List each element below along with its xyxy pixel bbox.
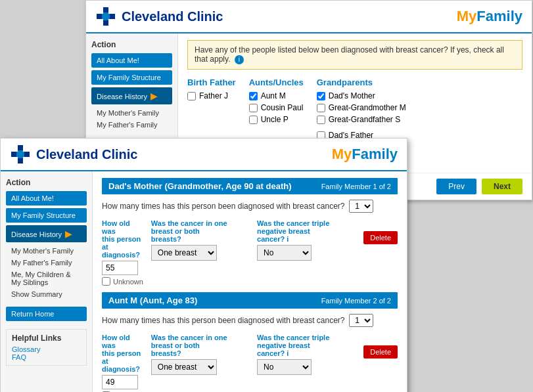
list-item: Aunt M xyxy=(249,91,304,100)
member2-count: Family Member 2 of 2 xyxy=(321,297,391,305)
member2-breast-label: Was the cancer in one breast or bothbrea… xyxy=(151,334,249,357)
member2-triple-info-icon[interactable]: i xyxy=(287,349,289,357)
svg-rect-11 xyxy=(24,152,30,157)
win2-family-structure-button[interactable]: My Family Structure xyxy=(6,208,87,223)
great-grandfather-s-checkbox[interactable] xyxy=(317,116,325,124)
member2-breast-select[interactable]: One breast Both breasts xyxy=(151,359,217,375)
svg-rect-10 xyxy=(11,152,16,157)
win2-my: My xyxy=(332,146,352,162)
win2-disease-history-button[interactable]: Disease History ▶ xyxy=(6,225,87,242)
member1-age-label: How old wasthis person atdiagnosis? xyxy=(102,219,143,259)
aunt-m-checkbox[interactable] xyxy=(249,92,258,100)
cousin-paul-checkbox[interactable] xyxy=(249,104,258,112)
member2-question: How many times has this person been diag… xyxy=(102,314,398,327)
member2-times-select[interactable]: 123 xyxy=(349,314,373,327)
win1-family: Family xyxy=(476,8,522,24)
father-j-checkbox[interactable] xyxy=(187,92,196,100)
member1-triple-col: Was the cancer triple negative breastcan… xyxy=(257,219,356,261)
helpful-links-title: Helpful Links xyxy=(12,334,81,343)
member1-delete-button[interactable]: Delete xyxy=(363,231,398,244)
win2-sidebar: Action All About Me! My Family Structure… xyxy=(1,171,93,392)
member1-triple-info-icon[interactable]: i xyxy=(287,235,289,243)
svg-rect-8 xyxy=(18,145,23,150)
helpful-links-box: Helpful Links Glossary FAQ xyxy=(6,329,87,366)
dads-mother-label: Dad's Mother xyxy=(329,91,375,100)
member1-triple-select[interactable]: No Yes Unknown xyxy=(257,245,312,261)
member1-age-input[interactable] xyxy=(102,261,138,275)
member1-breast-col: Was the cancer in one breast or bothbrea… xyxy=(151,219,249,261)
win2-return-home-button[interactable]: Return Home xyxy=(6,307,87,321)
member2-delete-button[interactable]: Delete xyxy=(363,345,398,359)
great-grandfather-s-label: Great-Grandfather S xyxy=(329,115,400,124)
dads-mother-checkbox[interactable] xyxy=(317,92,325,100)
great-grandmother-m-checkbox[interactable] xyxy=(317,104,325,112)
faq-link[interactable]: FAQ xyxy=(12,353,81,361)
window2: Cleveland Clinic MyFamily Action All Abo… xyxy=(0,138,407,392)
svg-rect-5 xyxy=(110,14,115,19)
member2-breast-col: Was the cancer in one breast or bothbrea… xyxy=(151,334,249,375)
list-item: Great-Grandfather S xyxy=(317,115,406,124)
win2-action-label: Action xyxy=(6,178,87,187)
svg-rect-4 xyxy=(97,14,102,19)
win1-mothers-family-link[interactable]: My Mother's Family xyxy=(91,107,172,119)
uncle-p-label: Uncle P xyxy=(261,115,289,124)
win1-logo: Cleveland Clinic xyxy=(95,6,223,27)
father-j-label: Father J xyxy=(199,91,228,100)
member1-breast-select[interactable]: One breast Both breasts xyxy=(151,245,217,261)
win2-mothers-family-link[interactable]: My Mother's Family xyxy=(6,245,87,257)
win1-logo-text: Cleveland Clinic xyxy=(122,9,223,24)
win1-disease-history-button[interactable]: Disease History ▶ xyxy=(91,87,172,104)
member2-age-col: How old wasthis person atdiagnosis? Unkn… xyxy=(102,334,143,392)
win1-prev-button[interactable]: Prev xyxy=(436,179,476,194)
win2-all-about-me-button[interactable]: All About Me! xyxy=(6,191,87,206)
win2-fathers-family-link[interactable]: My Father's Family xyxy=(6,257,87,269)
win2-arrow-icon: ▶ xyxy=(65,229,72,239)
member1-title: Dad's Mother (Grandmother, Age 90 at dea… xyxy=(108,181,292,191)
win1-header: Cleveland Clinic MyFamily xyxy=(86,1,532,33)
glossary-link[interactable]: Glossary xyxy=(12,345,81,353)
win1-info-icon[interactable]: i xyxy=(235,55,244,64)
list-item: Cousin Paul xyxy=(249,103,304,112)
member2-form-row: How old wasthis person atdiagnosis? Unkn… xyxy=(102,334,398,392)
aunt-m-label: Aunt M xyxy=(261,91,286,100)
member1-triple-label: Was the cancer triple negative breastcan… xyxy=(257,219,356,243)
win2-main: Dad's Mother (Grandmother, Age 90 at dea… xyxy=(93,171,407,392)
win1-my: My xyxy=(457,8,477,24)
list-item: Uncle P xyxy=(249,115,304,124)
win2-myfamily-logo: MyFamily xyxy=(332,146,398,163)
list-item: Father J xyxy=(187,91,236,100)
member1-count: Family Member 1 of 2 xyxy=(321,183,391,190)
win2-body: Action All About Me! My Family Structure… xyxy=(1,171,407,392)
cleveland-clinic-cross-icon xyxy=(95,6,116,27)
win1-all-about-me-button[interactable]: All About Me! xyxy=(91,53,172,68)
member2-header: Aunt M (Aunt, Age 83) Family Member 2 of… xyxy=(102,292,398,309)
win1-birth-father-title: Birth Father xyxy=(187,77,236,87)
win1-fathers-family-link[interactable]: My Father's Family xyxy=(91,119,172,131)
win1-action-label: Action xyxy=(91,40,172,49)
win2-me-children-siblings-link[interactable]: Me, My Children & My Siblings xyxy=(6,269,87,288)
uncle-p-checkbox[interactable] xyxy=(249,116,258,124)
win1-aunts-uncles-title: Aunts/Uncles xyxy=(249,77,304,87)
list-item: Dad's Mother xyxy=(317,91,406,100)
win1-myfamily-logo: MyFamily xyxy=(457,8,522,25)
win2-show-summary-link[interactable]: Show Summary xyxy=(6,288,87,300)
svg-rect-3 xyxy=(103,20,108,26)
member1-delete-col: Delete xyxy=(363,219,398,244)
member2-title: Aunt M (Aunt, Age 83) xyxy=(108,295,197,305)
list-item: Great-Grandmother M xyxy=(317,103,406,112)
win1-next-button[interactable]: Next xyxy=(482,179,522,194)
member1-question: How many times has this person been diag… xyxy=(102,200,398,213)
member2-age-input[interactable] xyxy=(102,375,138,389)
member2-triple-select[interactable]: No Yes Unknown xyxy=(257,359,312,375)
member1-form-row: How old wasthis person atdiagnosis? Unkn… xyxy=(102,219,398,286)
member1-unknown-checkbox[interactable] xyxy=(102,277,110,286)
member1-times-select[interactable]: 123 xyxy=(349,200,373,213)
great-grandmother-m-label: Great-Grandmother M xyxy=(329,103,406,112)
win1-family-structure-button[interactable]: My Family Structure xyxy=(91,70,172,85)
win2-header: Cleveland Clinic MyFamily xyxy=(1,139,407,171)
member1-unknown-label: Unknown xyxy=(113,278,143,286)
member1-age-col: How old wasthis person atdiagnosis? Unkn… xyxy=(102,219,143,286)
member2-delete-col: Delete xyxy=(363,334,398,359)
member1-header: Dad's Mother (Grandmother, Age 90 at dea… xyxy=(102,178,398,194)
svg-rect-2 xyxy=(103,7,108,12)
